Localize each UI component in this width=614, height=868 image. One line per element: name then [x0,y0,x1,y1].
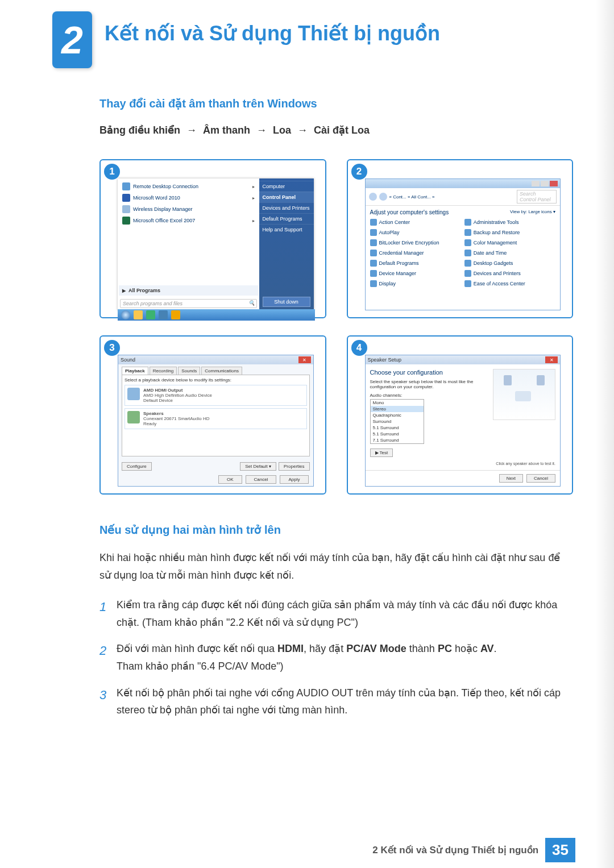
cp-item-icon [370,229,377,236]
taskbar-icon[interactable] [146,310,155,319]
start-menu-item[interactable]: Microsoft Office Excel 2007▸ [120,215,257,226]
arrow-icon: → [186,124,197,136]
forward-button[interactable] [379,193,387,201]
screenshot-step-2: 2 « Cont... » All Cont... » Search Contr… [347,159,574,318]
close-button[interactable]: ✕ [545,356,558,363]
start-menu-item[interactable]: Microsoft Word 2010▸ [120,192,257,203]
cp-link[interactable]: Devices and Printers [464,269,555,278]
cp-link[interactable]: Color Management [464,238,555,247]
taskbar [118,309,315,321]
tab-playback[interactable]: Playback [122,367,148,375]
taskbar-icon[interactable] [159,310,168,319]
body-paragraph: Khi hai hoặc nhiều màn hình được kết nối… [99,549,573,584]
next-button[interactable]: Next [499,474,523,483]
cp-item-icon [464,270,471,277]
arrow-icon: → [256,124,267,136]
cp-item-icon [370,280,377,287]
search-input[interactable]: Search programs and files🔍 [120,299,257,308]
step-badge-3: 3 [104,340,120,356]
shutdown-button[interactable]: Shut down [263,297,310,307]
start-menu-item[interactable]: Remote Desktop Connection▸ [120,181,257,192]
back-button[interactable] [369,193,377,201]
start-menu-right-item[interactable]: Devices and Printers [259,202,314,213]
view-by-dropdown[interactable]: View by: Large icons ▾ [510,209,555,214]
start-menu-right-item[interactable]: Default Programs [259,213,314,224]
tab-recording[interactable]: Recording [150,367,177,375]
tab-sounds[interactable]: Sounds [178,367,200,375]
cancel-button[interactable]: Cancel [246,475,277,484]
ok-button[interactable]: OK [218,475,242,484]
properties-button[interactable]: Properties [279,462,309,471]
taskbar-icon[interactable] [171,310,180,319]
audio-channel-option[interactable]: Mono [371,400,424,406]
speaker-diagram [493,369,555,420]
search-icon: 🔍 [248,300,255,306]
step-item-2: 2 Đối với màn hình được kết nối qua HDMI… [99,640,573,675]
close-button[interactable]: ✕ [298,356,311,363]
search-input[interactable]: Search Control Panel [517,190,557,203]
playback-device[interactable]: SpeakersConexant 20671 SmartAudio HDRead… [125,408,307,429]
tab-communications[interactable]: Communications [201,367,242,375]
speaker-icon[interactable] [537,375,545,385]
path-seg-1: Bảng điều khiển [99,124,180,136]
speaker-hint: Select the speaker setup below that is m… [370,379,488,389]
cp-link[interactable]: Desktop Gadgets [464,259,555,268]
audio-channel-option[interactable]: Quadraphonic [371,412,424,418]
start-menu-right-item[interactable]: Help and Support [259,224,314,235]
cp-link[interactable]: Backup and Restore [464,228,555,237]
audio-channel-option[interactable]: 5.1 Surround [371,425,424,431]
hdmi-device-icon [127,388,140,400]
cp-link[interactable]: Administrative Tools [464,218,555,227]
cp-link[interactable]: Date and Time [464,248,555,258]
all-programs-button[interactable]: ▶All Programs [119,285,258,296]
step-item-1: 1 Kiểm tra rằng cáp được kết nối đúng cá… [99,596,573,631]
cp-item-icon [464,229,471,236]
set-default-button[interactable]: Set Default ▾ [240,462,276,471]
minimize-button[interactable] [532,181,540,186]
cancel-button[interactable]: Cancel [526,474,555,483]
speaker-icon[interactable] [504,375,512,385]
page-title: Kết nối và Sử dụng Thiết bị nguồn [92,11,440,68]
section-heading-multimonitor: Nếu sử dụng hai màn hình trở lên [99,523,573,537]
playback-device[interactable]: AMD HDMI OutputAMD High Definition Audio… [125,385,307,406]
cp-link[interactable]: Display [370,279,461,288]
control-panel-window: « Cont... » All Cont... » Search Control… [365,178,561,310]
cp-link[interactable]: AutoPlay [370,228,461,237]
test-button[interactable]: ▶ Test [370,448,393,457]
audio-channels-list[interactable]: MonoStereoQuadraphonicSurround5.1 Surrou… [370,399,424,444]
step-badge-4: 4 [351,340,367,356]
control-panel-item[interactable]: Control Panel [259,192,314,202]
speaker-setup-window: Speaker Setup✕ Choose your configuration… [365,355,561,487]
page-header: 2 Kết nối và Sử dụng Thiết bị nguồn [0,0,614,68]
start-orb-icon[interactable] [121,310,130,319]
audio-channel-option[interactable]: 5.1 Surround [371,431,424,437]
close-button[interactable] [550,181,558,186]
wireless-icon [122,205,130,213]
page-margin-shadow [596,0,614,868]
speaker-heading: Choose your configuration [370,369,488,376]
breadcrumb: « Cont... » All Cont... » [389,194,435,200]
configure-button[interactable]: Configure [122,462,152,471]
section-heading-audio: Thay đổi cài đặt âm thanh trên Windows [99,97,573,110]
page-footer: 2 Kết nối và Sử dụng Thiết bị nguồn 35 [372,838,575,862]
taskbar-icon[interactable] [134,310,143,319]
maximize-button[interactable] [541,181,549,186]
audio-channel-option[interactable]: 7.1 Surround [371,437,424,443]
cp-link[interactable]: Credential Manager [370,248,461,258]
cp-link[interactable]: Action Center [370,218,461,227]
start-menu-item[interactable]: Wireless Display Manager [120,203,257,215]
sound-window: Sound✕ Playback Recording Sounds Communi… [118,355,314,487]
cp-link[interactable]: Ease of Access Center [464,279,555,288]
cp-link[interactable]: BitLocker Drive Encryption [370,238,461,247]
step-badge-1: 1 [104,164,120,180]
listener-icon [515,391,531,401]
start-menu-right-item[interactable]: Computer [259,181,314,192]
screenshot-step-1: 1 Remote Desktop Connection▸ Microsoft W… [99,159,326,318]
step-item-3: 3 Kết nối bộ phân phối tai nghe với cổng… [99,684,573,719]
cp-link[interactable]: Default Programs [370,259,461,268]
screenshot-step-3: 3 Sound✕ Playback Recording Sounds Commu… [99,335,326,495]
audio-channel-option[interactable]: Surround [371,418,424,425]
cp-link[interactable]: Device Manager [370,269,461,278]
audio-channel-option[interactable]: Stereo [371,406,424,412]
apply-button[interactable]: Apply [280,475,308,484]
